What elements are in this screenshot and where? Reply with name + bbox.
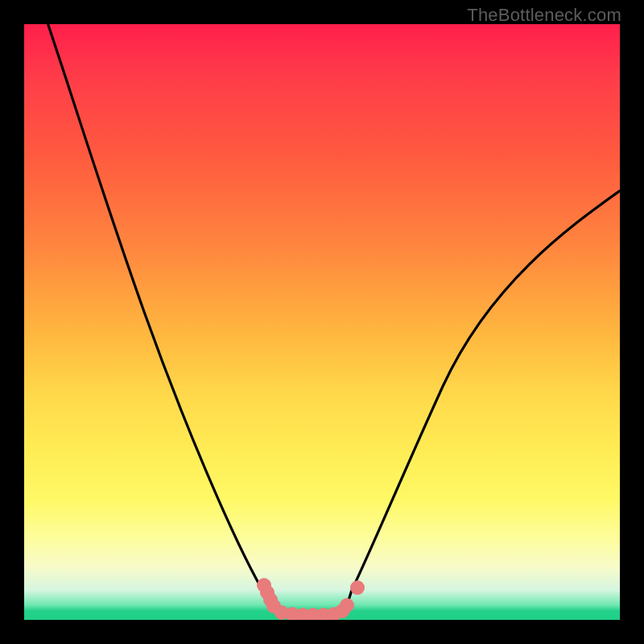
plot-background	[24, 24, 620, 620]
chart-frame: TheBottleneck.com	[0, 0, 644, 644]
watermark-text: TheBottleneck.com	[467, 5, 621, 26]
